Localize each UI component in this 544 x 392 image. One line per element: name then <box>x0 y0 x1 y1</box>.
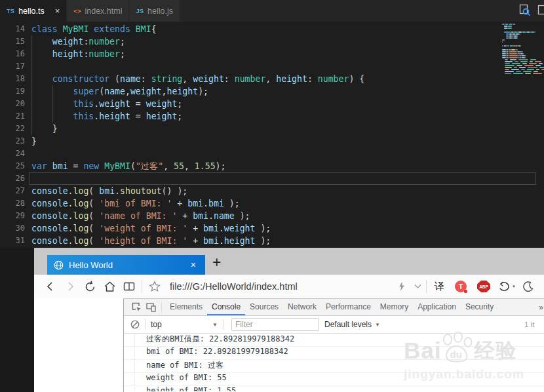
code-text: this.weight = weight; <box>31 98 182 110</box>
devtools-tab-memory[interactable]: Memory <box>376 299 413 315</box>
devtools-tab-network[interactable]: Network <box>283 299 321 315</box>
file-type-icon: TS <box>7 7 14 14</box>
code-line[interactable]: 23} <box>0 135 544 147</box>
code-text: this.height = height; <box>31 110 182 123</box>
code-line[interactable]: 30console.log( 'weight of BMI: ' + bmi.w… <box>0 222 544 235</box>
devtools-tab-elements[interactable]: Elements <box>165 299 207 315</box>
flash-icon[interactable] <box>392 277 412 296</box>
favorites-star-icon[interactable] <box>145 277 165 296</box>
console-message[interactable]: bmi of BMI: 22.892819979188342 <box>124 347 544 360</box>
inspect-element-icon[interactable] <box>129 300 144 315</box>
code-text: super(name,weight,height); <box>31 85 208 98</box>
code-line[interactable]: 20 this.weight = weight; <box>0 98 544 110</box>
translate-extension-icon[interactable]: 译 <box>435 281 444 293</box>
tab-close-icon[interactable]: × <box>188 260 199 270</box>
code-line[interactable]: 25var bmi = new MyBMI("过客", 55, 1.55); <box>0 160 544 172</box>
message-rail <box>134 334 135 391</box>
line-number: 20 <box>0 98 25 110</box>
code-text: var bmi = new MyBMI("过客", 55, 1.55); <box>31 160 225 172</box>
code-line[interactable]: 16 height:number; <box>0 48 544 60</box>
back-icon[interactable] <box>41 277 60 296</box>
line-number: 26 <box>0 172 25 185</box>
line-number: 23 <box>0 135 25 147</box>
caret-down-icon: ▼ <box>375 322 380 328</box>
split-editor-icon[interactable] <box>537 4 544 16</box>
caret-down-icon: ▼ <box>212 322 218 328</box>
devtools-tab-security[interactable]: Security <box>461 299 498 315</box>
code-line[interactable]: 17 <box>0 60 544 73</box>
line-number: 14 <box>0 23 25 35</box>
editor-tab-label: hello.js <box>147 7 173 16</box>
minimap[interactable] <box>499 24 543 75</box>
forward-icon[interactable] <box>60 277 80 296</box>
globe-icon <box>54 260 64 270</box>
console-toolbar: top ▼ Default levels ▼ 1 it <box>124 316 544 334</box>
code-line[interactable]: 28console.log( 'bmi of BMI: ' + bmi.bmi … <box>0 197 544 210</box>
line-number: 27 <box>0 185 25 197</box>
new-tab-button[interactable]: + <box>212 254 221 271</box>
console-message[interactable]: weight of BMI: 55 <box>124 373 544 386</box>
home-icon[interactable] <box>100 277 119 296</box>
divider <box>145 319 146 330</box>
code-text: } <box>31 123 58 135</box>
console-filter-input[interactable] <box>231 318 319 331</box>
code-line[interactable]: 18 constructor (name: string, weight: nu… <box>0 73 544 85</box>
code-text: class MyBMI extends BMI{ <box>31 23 157 35</box>
code-line[interactable]: 31console.log( 'height of BMI: ' + bmi.h… <box>0 235 544 247</box>
url-text[interactable]: file:///G:/HelloWorld/index.html <box>170 281 392 292</box>
refresh-icon[interactable] <box>80 277 100 296</box>
undo-icon[interactable]: ▾ <box>495 277 518 296</box>
code-line[interactable]: 24 <box>0 147 544 160</box>
more-tabs-icon[interactable]: » <box>539 303 544 312</box>
code-text: console.log( bmi.shoutout() ); <box>31 185 187 197</box>
search-editor-icon[interactable] <box>518 4 531 16</box>
clear-console-icon[interactable] <box>128 317 142 332</box>
editor-tab-bar: TShello.ts×<>index.htmlJShello.js <box>0 0 544 22</box>
dark-mode-moon-icon[interactable] <box>518 277 537 296</box>
close-icon[interactable]: × <box>55 6 60 16</box>
console-message[interactable]: 过客的BMI值是: 22.892819979188342 <box>124 334 544 347</box>
divider <box>223 319 223 330</box>
notification-dot <box>464 290 467 293</box>
device-toolbar-icon[interactable] <box>144 300 158 315</box>
code-line[interactable]: 27console.log( bmi.shoutout() ); <box>0 185 544 197</box>
editor-tab-hello.js[interactable]: JShello.js <box>129 0 180 22</box>
devtools-tab-bar: ElementsConsoleSourcesNetworkPerformance… <box>124 299 544 316</box>
code-line[interactable]: 26 <box>0 172 544 185</box>
address-bar: file:///G:/HelloWorld/index.html 译 T ABP… <box>34 275 544 298</box>
chevron-down-icon[interactable] <box>412 277 423 296</box>
line-number: 29 <box>0 210 25 222</box>
editor-tab-label: index.html <box>85 7 122 16</box>
devtools-tab-console[interactable]: Console <box>207 299 245 315</box>
code-line[interactable]: 15 weight:number; <box>0 35 544 48</box>
code-line[interactable]: 21 this.height = height; <box>0 110 544 123</box>
editor-tab-index.html[interactable]: <>index.html <box>67 0 129 22</box>
console-output[interactable]: 过客的BMI值是: 22.892819979188342bmi of BMI: … <box>124 334 544 391</box>
devtools-tab-sources[interactable]: Sources <box>245 299 283 315</box>
code-text: console.log( 'name of BMI: ' + bmi.name … <box>31 210 250 222</box>
context-selector[interactable]: top ▼ <box>151 320 218 329</box>
code-text: weight:number; <box>31 35 125 48</box>
line-number: 21 <box>0 110 25 123</box>
devtools-tab-performance[interactable]: Performance <box>321 299 376 315</box>
code-text: constructor (name: string, weight: numbe… <box>31 73 364 85</box>
log-levels-selector[interactable]: Default levels ▼ <box>324 320 380 329</box>
console-message[interactable]: height of BMI: 1.55 <box>124 386 544 391</box>
console-message[interactable]: name of BMI: 过客 <box>124 360 544 373</box>
code-area[interactable]: 14class MyBMI extends BMI{15 weight:numb… <box>0 23 544 247</box>
code-text: height:number; <box>31 48 125 60</box>
browser-tab-hello-world[interactable]: Hello World × <box>47 255 205 275</box>
tampermonkey-extension-icon[interactable]: T <box>455 281 467 292</box>
code-line[interactable]: 19 super(name,weight,height); <box>0 85 544 98</box>
code-line[interactable]: 29console.log( 'name of BMI: ' + bmi.nam… <box>0 210 544 222</box>
editor-tab-hello.ts[interactable]: TShello.ts× <box>0 0 67 22</box>
devtools-tab-application[interactable]: Application <box>413 299 461 315</box>
browser-tab-title: Hello World <box>69 260 113 270</box>
reading-list-icon[interactable] <box>119 277 139 296</box>
line-number: 22 <box>0 123 25 135</box>
line-number: 19 <box>0 85 25 98</box>
code-line[interactable]: 14class MyBMI extends BMI{ <box>0 23 544 35</box>
adblock-plus-icon[interactable]: ABP <box>477 281 490 292</box>
code-line[interactable]: 22 } <box>0 123 544 135</box>
line-number: 17 <box>0 60 25 73</box>
